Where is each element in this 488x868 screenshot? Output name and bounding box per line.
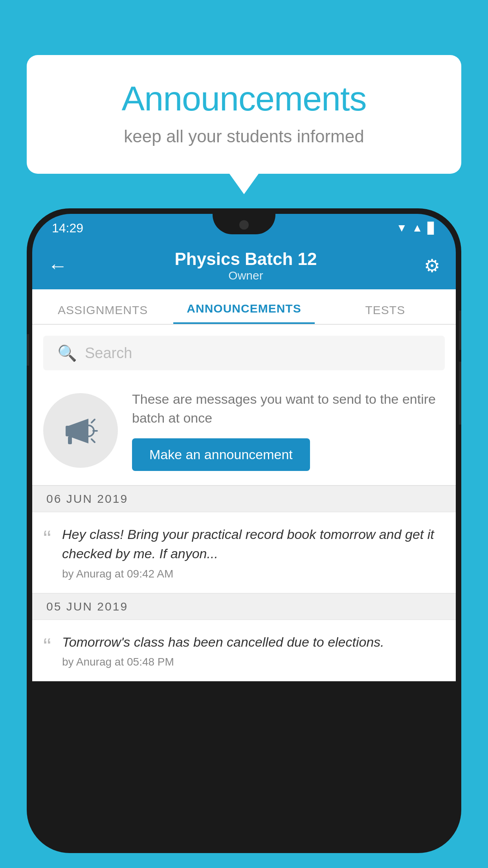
search-icon: 🔍: [57, 344, 77, 362]
front-camera: [239, 220, 249, 230]
announcement-item-2: “ Tomorrow's class has been cancelled du…: [32, 620, 456, 681]
side-button-right-volume: [459, 362, 461, 425]
screen-content: 🔍 Search: [32, 325, 456, 681]
tab-bar: ASSIGNMENTS ANNOUNCEMENTS TESTS: [32, 289, 456, 325]
tab-tests[interactable]: TESTS: [315, 303, 456, 324]
svg-line-4: [92, 419, 95, 423]
announcement-right: These are messages you want to send to t…: [132, 390, 445, 471]
status-icons: ▼ ▲ ▊: [396, 222, 436, 235]
svg-rect-2: [68, 436, 72, 444]
announcement-meta-2: by Anurag at 05:48 PM: [62, 656, 445, 668]
speech-bubble: Announcements keep all your students inf…: [27, 55, 461, 174]
tab-assignments[interactable]: ASSIGNMENTS: [32, 303, 173, 324]
quote-icon-1: “: [43, 527, 51, 551]
announcement-icon-circle: [43, 393, 118, 468]
app-bar-title: Physics Batch 12: [68, 249, 424, 269]
announcement-description: These are messages you want to send to t…: [132, 390, 445, 427]
date-separator-2: 05 JUN 2019: [32, 593, 456, 620]
search-placeholder: Search: [85, 345, 132, 362]
quote-icon-2: “: [43, 635, 51, 658]
speech-bubble-subtitle: keep all your students informed: [58, 127, 430, 146]
phone-frame: 14:29 ▼ ▲ ▊ ← Physics Batch 12 Owner ⚙ A…: [27, 208, 461, 853]
app-bar: ← Physics Batch 12 Owner ⚙: [32, 242, 456, 289]
speech-bubble-title: Announcements: [58, 79, 430, 119]
status-bar: 14:29 ▼ ▲ ▊: [32, 214, 456, 242]
app-bar-subtitle: Owner: [68, 269, 424, 282]
back-button[interactable]: ←: [48, 254, 68, 277]
search-bar[interactable]: 🔍 Search: [43, 336, 445, 370]
status-time: 14:29: [52, 221, 83, 235]
side-button-left: [27, 334, 29, 366]
app-bar-title-area: Physics Batch 12 Owner: [68, 249, 424, 282]
side-button-right-power: [459, 311, 461, 350]
signal-icon: ▲: [412, 222, 423, 234]
announcement-message-1: Hey class! Bring your practical record b…: [62, 525, 445, 564]
announcement-text-2: Tomorrow's class has been cancelled due …: [62, 633, 445, 668]
megaphone-icon: [61, 411, 100, 450]
make-announcement-button[interactable]: Make an announcement: [132, 438, 310, 471]
battery-icon: ▊: [427, 222, 436, 235]
speech-bubble-container: Announcements keep all your students inf…: [27, 55, 461, 174]
announcement-meta-1: by Anurag at 09:42 AM: [62, 568, 445, 580]
announcement-placeholder-area: These are messages you want to send to t…: [32, 378, 456, 485]
notch: [213, 214, 275, 234]
announcement-message-2: Tomorrow's class has been cancelled due …: [62, 633, 445, 652]
settings-icon[interactable]: ⚙: [424, 255, 440, 276]
svg-line-6: [92, 439, 95, 442]
announcement-item-1: “ Hey class! Bring your practical record…: [32, 512, 456, 593]
announcement-text-1: Hey class! Bring your practical record b…: [62, 525, 445, 580]
date-separator-1: 06 JUN 2019: [32, 485, 456, 512]
svg-rect-1: [66, 426, 70, 436]
phone-inner: 14:29 ▼ ▲ ▊ ← Physics Batch 12 Owner ⚙ A…: [32, 214, 456, 848]
wifi-icon: ▼: [396, 222, 407, 234]
tab-announcements[interactable]: ANNOUNCEMENTS: [173, 302, 314, 324]
